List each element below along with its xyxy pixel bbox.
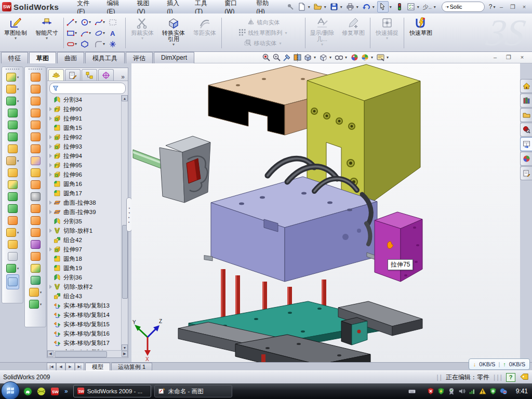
rib-icon[interactable]: [8, 167, 18, 179]
badge-icon[interactable]: [448, 388, 456, 395]
measure-ruler-icon[interactable]: [6, 274, 19, 289]
hole-wizard-icon[interactable]: ▾: [6, 83, 19, 95]
tree-item-17[interactable]: 圆角18: [47, 254, 122, 263]
tree-item-15[interactable]: 组合42: [47, 235, 122, 245]
options-list-icon-arrow[interactable]: ▾: [417, 5, 421, 9]
save-icon[interactable]: [329, 2, 339, 12]
delete-face-icon[interactable]: [31, 191, 41, 203]
graphics-viewport[interactable]: Y Z X 拉伸75: [131, 63, 520, 362]
minimize-button[interactable]: –: [497, 3, 506, 11]
expand-arrow-icon[interactable]: [47, 247, 54, 251]
shield-draft-icon[interactable]: [31, 107, 41, 119]
close-button[interactable]: ×: [520, 3, 529, 11]
tree-horizontal-scrollbar[interactable]: ◀ ▶: [47, 350, 128, 357]
spline-icon-arrow[interactable]: ▾: [103, 20, 107, 24]
tab-草图[interactable]: 草图: [29, 52, 56, 63]
hide-show-items-icon[interactable]: [335, 53, 343, 62]
search-input[interactable]: [449, 3, 481, 10]
pattern-dots-icon-arrow[interactable]: ▾: [17, 159, 19, 163]
wizard-box-icon[interactable]: [8, 143, 18, 155]
tree-item-25[interactable]: 实体-移动/复制16: [47, 329, 122, 338]
toolbar-overflow-label[interactable]: 少..: [422, 3, 433, 11]
tree-item-23[interactable]: 实体-移动/复制14: [47, 310, 122, 320]
core-dome-icon[interactable]: [31, 274, 41, 286]
tab-模具工具[interactable]: 模具工具: [85, 52, 125, 63]
new-doc-icon-arrow[interactable]: ▾: [308, 5, 312, 9]
curve-spline-icon[interactable]: ▾: [6, 262, 19, 274]
restore-button[interactable]: ❐: [508, 3, 517, 11]
shell-icon[interactable]: [8, 119, 18, 131]
panel-tabs-overflow[interactable]: »: [121, 73, 128, 81]
sketch-fillet-icon-arrow[interactable]: ▾: [103, 42, 107, 46]
new-doc-icon[interactable]: [297, 2, 307, 12]
tree-item-18[interactable]: 圆角19: [47, 263, 122, 273]
design-library-icon[interactable]: [520, 94, 532, 108]
messenger-icon[interactable]: [23, 387, 32, 396]
offset-cubes-icon[interactable]: [31, 167, 41, 179]
custom-properties-icon[interactable]: [520, 166, 532, 180]
shield-plus-icon[interactable]: [489, 388, 497, 395]
tree-item-6[interactable]: 拉伸94: [47, 151, 122, 161]
view-orientation-icon[interactable]: [303, 53, 312, 62]
scrollbar-thumb[interactable]: [55, 351, 107, 357]
last-tab-button[interactable]: ▶|: [75, 363, 84, 371]
hide-show-items-icon-arrow[interactable]: ▾: [345, 55, 349, 60]
doc-close-button[interactable]: ×: [517, 54, 527, 62]
pattern-dots-icon[interactable]: ▾: [6, 155, 19, 167]
circle-icon[interactable]: ▾: [81, 18, 95, 26]
toolbar-grip[interactable]: [6, 69, 19, 70]
apply-scene-icon-arrow[interactable]: ▾: [371, 55, 375, 60]
arc-icon-arrow[interactable]: ▾: [89, 31, 92, 35]
expand-arrow-icon[interactable]: [47, 116, 54, 121]
start-button[interactable]: [1, 381, 20, 399]
tree-item-4[interactable]: 拉伸92: [47, 132, 122, 142]
featuremanager-tab[interactable]: [48, 69, 64, 81]
smart-dimension-button-arrow[interactable]: ▾: [46, 36, 48, 41]
volume-icon[interactable]: [458, 388, 466, 395]
tree-item-9[interactable]: 圆角16: [47, 179, 122, 189]
view-orientation-icon-arrow[interactable]: ▾: [314, 55, 317, 60]
fillet-icon-arrow[interactable]: ▾: [17, 99, 19, 103]
convert-entities-button-arrow[interactable]: ▾: [172, 42, 175, 47]
sketch-button[interactable]: 草图绘制▾: [0, 15, 31, 51]
appearances-icon[interactable]: [520, 152, 532, 166]
view-settings-icon-arrow[interactable]: ▾: [387, 55, 390, 60]
tree-item-19[interactable]: 分割36: [47, 273, 122, 282]
first-tab-button[interactable]: |◀: [47, 363, 56, 371]
display-style-icon-arrow[interactable]: ▾: [329, 55, 333, 60]
scroll-right-button[interactable]: ▶: [122, 351, 128, 357]
draft-c-icon[interactable]: [31, 95, 41, 107]
elbow-icon[interactable]: [31, 179, 41, 191]
arc-icon[interactable]: ▾: [81, 29, 95, 37]
signal-icon[interactable]: [469, 388, 476, 395]
propertymanager-tab[interactable]: [65, 69, 81, 81]
open-icon-arrow[interactable]: ▾: [324, 5, 328, 9]
sparkle-box-icon-arrow[interactable]: ▾: [17, 231, 19, 235]
line-icon-arrow[interactable]: ▾: [75, 20, 78, 24]
zoom-fit-icon[interactable]: [262, 53, 271, 62]
stacked-cubes-icon[interactable]: [8, 203, 18, 215]
ribbon-icon[interactable]: [31, 119, 41, 131]
sketch-button-arrow[interactable]: ▾: [15, 36, 17, 41]
task-button-1[interactable]: 未命名 - 画图: [154, 385, 232, 397]
ellipse-icon-arrow[interactable]: ▾: [103, 31, 107, 35]
hole-wizard-icon-arrow[interactable]: ▾: [17, 87, 19, 91]
section-view-icon[interactable]: [293, 53, 302, 62]
undo-icon[interactable]: [361, 2, 371, 12]
slot-icon-arrow[interactable]: ▾: [75, 42, 78, 46]
print-icon-arrow[interactable]: ▾: [356, 5, 360, 9]
toolbar-grip[interactable]: [29, 69, 42, 70]
swept-flag-icon[interactable]: [31, 71, 41, 83]
spline-icon[interactable]: ▾: [95, 18, 109, 26]
tab-特征[interactable]: 特征: [1, 52, 28, 63]
expand-arrow-icon[interactable]: [47, 210, 54, 214]
slot-icon[interactable]: ▾: [66, 40, 81, 48]
tree-item-26[interactable]: 实体-移动/复制17: [47, 338, 122, 348]
tree-item-11[interactable]: 曲面-拉伸38: [47, 198, 122, 207]
edit-appearance-icon[interactable]: [350, 53, 359, 62]
wedge-cut-icon[interactable]: [8, 131, 18, 143]
convert-entities-button[interactable]: 转换实体引用▾: [158, 15, 189, 51]
sparkle-tool-icon-arrow[interactable]: ▾: [40, 290, 42, 295]
prev-tab-button[interactable]: ◀: [56, 363, 65, 371]
tree-item-16[interactable]: 拉伸97: [47, 245, 122, 254]
